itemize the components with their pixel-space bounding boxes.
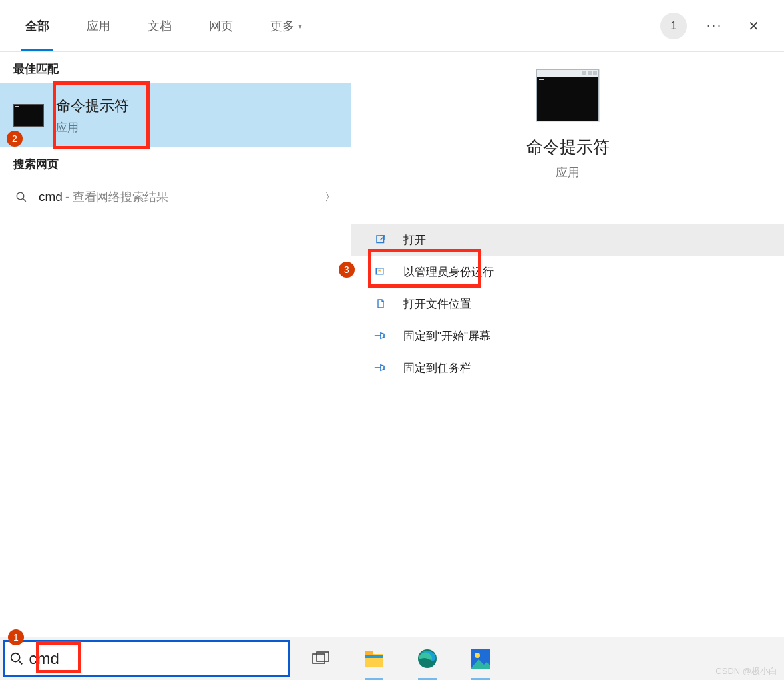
taskbar-icons [309,647,492,671]
web-query: cmd [39,190,63,204]
taskbar [0,637,784,680]
profile-badge[interactable]: 1 [660,13,687,39]
task-view-icon[interactable] [309,647,333,671]
header-controls: 1 ··· ✕ [660,0,784,51]
search-header: 全部 应用 文档 网页 更多▾ 1 ··· ✕ [0,0,784,52]
cmd-thumbnail-icon [13,104,44,127]
web-hint: - 查看网络搜索结果 [65,189,168,205]
more-options-icon[interactable]: ··· [707,19,723,33]
tab-label: 网页 [209,18,233,34]
best-match-title: 命令提示符 [56,96,129,116]
svg-line-1 [23,199,26,202]
web-results-header: 搜索网页 [0,147,351,178]
action-label: 以管理员身份运行 [403,264,494,280]
svg-rect-9 [313,654,325,663]
chevron-down-icon: ▾ [298,21,302,31]
watermark: CSDN @极小白 [715,665,777,677]
preview-subtitle: 应用 [556,165,580,180]
file-explorer-icon[interactable] [362,647,386,671]
annotation-number-1: 1 [8,629,24,645]
action-label: 打开文件位置 [403,296,471,312]
preview-title: 命令提示符 [526,136,610,158]
preview-thumbnail [536,69,599,121]
tab-apps[interactable]: 应用 [68,0,129,51]
cmd-window-icon [537,77,598,121]
folder-icon [371,297,390,310]
close-icon[interactable]: ✕ [743,18,764,34]
action-run-admin[interactable]: 以管理员身份运行 [351,256,784,288]
annotation-number-2: 2 [7,131,23,147]
window-titlebar-icon [537,70,598,77]
search-input[interactable] [29,642,288,675]
svg-rect-4 [376,268,383,274]
tab-label: 全部 [25,18,49,34]
svg-line-8 [19,661,22,664]
search-icon [13,191,29,203]
action-label: 固定到任务栏 [403,360,471,376]
best-match-text: 命令提示符 应用 [56,96,129,135]
badge-count: 1 [670,19,676,33]
tab-more[interactable]: 更多▾ [252,0,321,51]
svg-rect-10 [317,652,329,661]
action-pin-start[interactable]: 固定到"开始"屏幕 [351,320,784,352]
svg-point-7 [11,653,20,662]
best-match-item[interactable]: 命令提示符 应用 [0,83,351,147]
open-icon [371,234,390,246]
results-panel: 最佳匹配 命令提示符 应用 搜索网页 cmd - 查看网络搜索结果 〉 [0,52,351,637]
svg-rect-2 [377,236,384,243]
main-area: 最佳匹配 命令提示符 应用 搜索网页 cmd - 查看网络搜索结果 〉 命令提示… [0,52,784,637]
category-tabs: 全部 应用 文档 网页 更多▾ [0,0,321,51]
web-search-row[interactable]: cmd - 查看网络搜索结果 〉 [0,178,351,216]
tab-label: 文档 [148,18,172,34]
best-match-subtitle: 应用 [56,120,129,135]
taskbar-searchbox[interactable] [3,640,290,677]
svg-point-0 [17,192,24,200]
svg-rect-13 [365,655,383,658]
action-pin-taskbar[interactable]: 固定到任务栏 [351,352,784,384]
edge-browser-icon[interactable] [415,647,439,671]
pin-icon [371,362,390,373]
svg-point-16 [475,653,480,658]
best-match-header: 最佳匹配 [0,52,351,83]
shield-icon [371,266,390,278]
action-list: 打开 以管理员身份运行 打开文件位置 固定到"开始"屏幕 [351,214,784,384]
action-label: 固定到"开始"屏幕 [403,328,490,344]
tab-label: 应用 [87,18,110,34]
tab-label: 更多 [270,18,294,34]
action-open[interactable]: 打开 [351,224,784,256]
tab-docs[interactable]: 文档 [129,0,190,51]
pin-icon [371,330,390,341]
action-open-location[interactable]: 打开文件位置 [351,288,784,320]
svg-rect-12 [365,651,373,655]
action-label: 打开 [403,232,426,248]
chevron-right-icon: 〉 [325,190,335,204]
search-icon [5,651,29,666]
preview-panel: 命令提示符 应用 打开 以管理员身份运行 打开文件位置 [351,52,784,637]
tab-web[interactable]: 网页 [190,0,252,51]
annotation-number-3: 3 [339,262,355,278]
tab-all[interactable]: 全部 [7,0,68,51]
photos-app-icon[interactable] [469,647,492,671]
